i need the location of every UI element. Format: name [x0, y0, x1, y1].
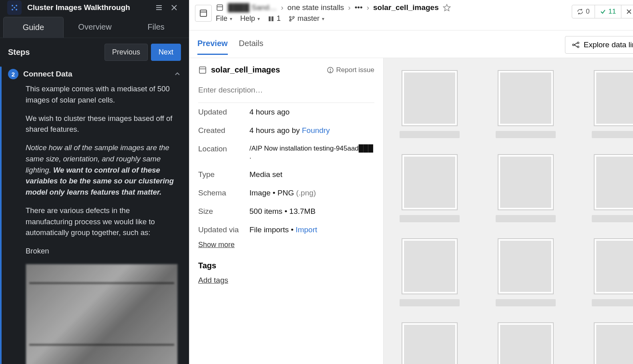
- crumb-current: solar_cell_images: [373, 3, 439, 12]
- thumbnail-item[interactable]: [592, 70, 633, 138]
- meta-size: Size 500 items • 13.7MB: [198, 202, 374, 221]
- thumbnail-image: [402, 70, 458, 126]
- main-tabs: Preview Details Explore data lineage: [189, 30, 633, 58]
- step-title: Connect Data: [23, 70, 169, 78]
- meta-location: Location /AIP Now installation testing-9…: [198, 140, 374, 165]
- dataset-header: solar_cell_images Report issue: [198, 65, 374, 74]
- dataset-icon: [198, 66, 207, 74]
- svg-line-26: [574, 43, 577, 45]
- step-p3: Notice how all of the sample images are …: [26, 142, 178, 198]
- thumbnail-item[interactable]: [592, 238, 633, 306]
- step-header[interactable]: 2 Connect Data: [0, 66, 189, 83]
- step-container: 2 Connect Data This example comes with a…: [0, 66, 189, 364]
- thumbnail-image: [402, 238, 458, 294]
- sidebar-header: Cluster Images Walkthrough: [0, 0, 189, 15]
- hamburger-icon[interactable]: [151, 0, 167, 15]
- previous-button[interactable]: Previous: [104, 44, 148, 61]
- thumbnail-image: [594, 154, 633, 210]
- tab-preview[interactable]: Preview: [197, 39, 228, 55]
- thumbnail-item[interactable]: [592, 154, 633, 222]
- status-badges: 0 11 0: [572, 5, 633, 18]
- thumbnail-caption: [400, 215, 460, 222]
- thumbnails-column: [384, 58, 633, 364]
- steps-label: Steps: [8, 48, 101, 57]
- step-accent: [0, 66, 2, 364]
- explore-lineage-button[interactable]: Explore data lineage: [565, 36, 633, 54]
- dataset-icon: [216, 4, 224, 12]
- thumbnail-image: [594, 70, 633, 126]
- svg-point-2: [14, 7, 15, 8]
- svg-marker-14: [443, 4, 450, 11]
- next-button[interactable]: Next: [151, 44, 181, 61]
- thumbnail-caption: [592, 131, 633, 138]
- foundry-link[interactable]: Foundry: [302, 126, 330, 135]
- thumbnail-item[interactable]: [400, 238, 460, 306]
- thumbnail-item[interactable]: [400, 322, 460, 364]
- thumbnail-item[interactable]: [496, 322, 556, 364]
- file-menu[interactable]: File▾: [216, 14, 232, 23]
- svg-point-1: [16, 5, 17, 6]
- crumb-1[interactable]: ████ Sand…: [228, 3, 277, 12]
- thumbnail-item[interactable]: [400, 154, 460, 222]
- tab-details[interactable]: Details: [239, 39, 263, 55]
- thumbnail-image: [498, 238, 554, 294]
- tab-files[interactable]: Files: [126, 17, 186, 38]
- thumbnail-caption: [496, 215, 556, 222]
- svg-rect-10: [200, 10, 207, 16]
- star-icon[interactable]: [443, 4, 451, 12]
- description-input[interactable]: [198, 78, 374, 103]
- svg-point-25: [577, 46, 579, 48]
- svg-point-24: [577, 42, 579, 44]
- svg-rect-15: [269, 16, 271, 21]
- thumbnail-image: [498, 154, 554, 210]
- import-link[interactable]: Import: [295, 225, 317, 234]
- cluster-icon: [7, 0, 22, 15]
- content-area: solar_cell_images Report issue Updated 4…: [189, 58, 633, 364]
- chevron-right-icon: ›: [281, 3, 283, 12]
- thumbnail-caption: [400, 299, 460, 306]
- add-tags-link[interactable]: Add tags: [198, 276, 374, 285]
- top-bar: ████ Sand… › one state installs › ••• › …: [189, 0, 633, 30]
- svg-rect-16: [271, 16, 273, 21]
- meta-type: Type Media set: [198, 165, 374, 184]
- svg-point-17: [289, 16, 291, 18]
- thumbnail-caption: [496, 299, 556, 306]
- success-badge[interactable]: 11: [595, 5, 621, 18]
- thumbnail-item[interactable]: [592, 322, 633, 364]
- thumbnail-caption: [400, 131, 460, 138]
- thumbnail-item[interactable]: [496, 70, 556, 138]
- columns-indicator[interactable]: 1: [268, 14, 281, 23]
- branch-selector[interactable]: master▾: [289, 14, 324, 23]
- crumb-ellipsis[interactable]: •••: [355, 3, 363, 12]
- thumbnail-image: [594, 238, 633, 294]
- svg-point-4: [16, 9, 17, 10]
- home-icon[interactable]: [195, 5, 212, 22]
- dataset-title: solar_cell_images: [211, 65, 323, 74]
- step-p1: This example comes with a mediaset of 50…: [26, 83, 178, 106]
- broken-label: Broken: [26, 245, 178, 257]
- thumbnail-image: [498, 322, 554, 364]
- help-menu[interactable]: Help▾: [240, 14, 260, 23]
- thumbnail-item[interactable]: [400, 70, 460, 138]
- chevron-up-icon[interactable]: [174, 70, 181, 78]
- chevron-right-icon: ›: [348, 3, 350, 12]
- thumbnail-image: [402, 154, 458, 210]
- thumbnail-image: [402, 322, 458, 364]
- app-title: Cluster Images Walkthrough: [27, 3, 151, 12]
- tags-heading: Tags: [198, 261, 374, 270]
- thumbnail-item[interactable]: [496, 238, 556, 306]
- refresh-badge[interactable]: 0: [572, 5, 595, 18]
- svg-rect-28: [199, 67, 206, 73]
- chevron-right-icon: ›: [367, 3, 369, 12]
- svg-point-23: [573, 44, 574, 46]
- tab-guide[interactable]: Guide: [3, 17, 64, 38]
- crumb-2[interactable]: one state installs: [287, 3, 344, 12]
- thumbnail-item[interactable]: [496, 154, 556, 222]
- tab-overview[interactable]: Overview: [65, 17, 125, 38]
- meta-updated-via: Updated via File imports • Import: [198, 221, 374, 239]
- close-icon[interactable]: [167, 0, 182, 15]
- show-more-link[interactable]: Show more: [198, 241, 374, 249]
- thumbnail-caption: [496, 131, 556, 138]
- report-issue-button[interactable]: Report issue: [327, 66, 374, 74]
- error-badge[interactable]: 0: [621, 5, 633, 18]
